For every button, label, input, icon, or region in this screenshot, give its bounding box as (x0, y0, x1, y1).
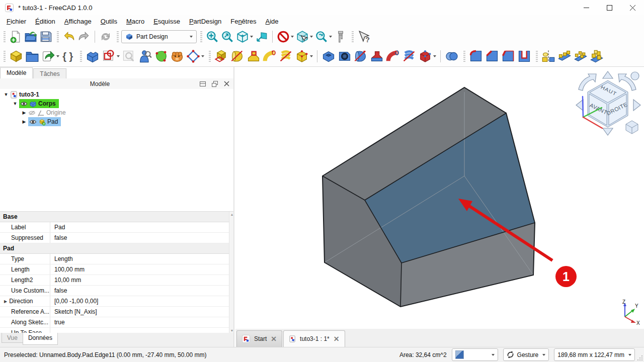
toolbar-grip[interactable] (117, 31, 119, 42)
property-row[interactable]: Up To Face (0, 328, 234, 333)
undo-button[interactable] (61, 29, 76, 45)
dock-panel-icon[interactable] (200, 81, 206, 87)
menu-outils[interactable]: Outils (96, 16, 122, 27)
subtractive-helix-button[interactable] (401, 48, 417, 64)
toolbar-grip[interactable] (463, 51, 465, 62)
boolean-operation-button[interactable] (444, 48, 460, 64)
toolbar-grip[interactable] (80, 51, 82, 62)
menu-partdesign[interactable]: PartDesign (185, 16, 226, 27)
property-row[interactable]: Length100,00 mm (0, 264, 234, 275)
fit-all-button[interactable] (205, 29, 220, 45)
close-button[interactable] (621, 0, 644, 15)
group-button[interactable] (24, 48, 40, 64)
tab-taches[interactable]: Tâches (33, 68, 66, 78)
draft-button[interactable] (500, 48, 516, 64)
box-element-selection-button[interactable] (295, 29, 314, 45)
additive-loft-button[interactable] (246, 48, 262, 64)
property-row[interactable]: Use Custom...false (0, 286, 234, 296)
menu-macro[interactable]: Macro (122, 16, 149, 27)
scroll-up-icon[interactable]: ▲ (230, 213, 234, 216)
workbench-selector[interactable]: Part Design (121, 30, 197, 43)
property-row[interactable]: LabelPad (0, 222, 234, 233)
mdi-tab-start[interactable]: Start ✕ (236, 330, 282, 347)
toolbar-grip[interactable] (4, 51, 6, 62)
property-row[interactable]: Reference A...Sketch [N_Axis] (0, 307, 234, 317)
property-scrollbar[interactable]: ▲▼ (229, 212, 234, 333)
groove-button[interactable] (353, 48, 369, 64)
navcube-rotate-left-arrow[interactable] (579, 74, 596, 90)
draw-style-button[interactable] (276, 29, 295, 45)
subtractive-primitives-button[interactable] (417, 48, 437, 64)
tree-item-document[interactable]: ▼ tuto3-1 (2, 90, 41, 99)
additive-helix-button[interactable] (278, 48, 294, 64)
property-group-pad[interactable]: Pad (0, 243, 234, 254)
minimize-button[interactable] (575, 0, 598, 15)
toolbar-grip[interactable] (4, 31, 6, 42)
menu-aide[interactable]: Aide (261, 16, 283, 27)
check-geometry-button[interactable] (169, 48, 185, 64)
navcube-mini-cube[interactable] (626, 121, 638, 134)
navigation-cube[interactable]: HAUT AVANT DROITE (575, 69, 642, 137)
collapsed-arrow-icon[interactable]: ▶ (20, 119, 28, 124)
fillet-button[interactable] (468, 48, 484, 64)
navcube-circle-button[interactable] (631, 72, 639, 80)
menu-fenetres[interactable]: Fenêtres (226, 16, 261, 27)
linear-pattern-button[interactable] (556, 48, 573, 64)
navcube-down-arrow[interactable] (603, 128, 613, 135)
navigation-style-selector[interactable]: Gesture (503, 348, 549, 361)
sync-view-button[interactable] (254, 29, 269, 45)
toolbar-grip[interactable] (209, 51, 211, 62)
toolbar-grip[interactable] (536, 51, 538, 62)
mirrored-button[interactable] (540, 48, 556, 64)
navcube-up-arrow[interactable] (603, 71, 613, 78)
menu-fichier[interactable]: Fichier (2, 16, 31, 27)
fit-selection-button[interactable] (220, 29, 235, 45)
std-part-button[interactable] (8, 48, 24, 64)
resize-grip[interactable] (637, 355, 643, 361)
title-bar[interactable]: * tuto3-1 - FreeCAD 1.0.0 (0, 0, 644, 15)
additive-primitives-button[interactable] (294, 48, 314, 64)
sketch-tools-button[interactable] (185, 48, 205, 64)
save-button[interactable] (38, 29, 53, 45)
tree-item-origin[interactable]: ▶ Origine (20, 108, 68, 117)
view-dimensions-selector[interactable]: 189,68 mm x 122,47 mm (554, 348, 635, 361)
revolution-button[interactable] (229, 48, 246, 64)
subtractive-pipe-button[interactable] (385, 48, 401, 64)
property-row[interactable]: Along Sketc...true (0, 317, 234, 328)
float-panel-icon[interactable] (212, 81, 218, 87)
polar-pattern-button[interactable] (573, 48, 589, 64)
toolbar-grip[interactable] (352, 31, 354, 42)
thickness-button[interactable] (516, 48, 532, 64)
pad-button[interactable] (213, 48, 229, 64)
property-group-base[interactable]: Base (0, 212, 234, 222)
tab-donnees[interactable]: Données (23, 333, 58, 345)
menu-edition[interactable]: Édition (31, 16, 60, 27)
menu-affichage[interactable]: Affichage (60, 16, 96, 27)
isometric-view-button[interactable] (235, 29, 254, 45)
expanded-arrow-icon[interactable]: ▼ (11, 101, 19, 106)
navcube-left-arrow[interactable] (576, 100, 583, 111)
additive-pipe-button[interactable] (262, 48, 278, 64)
tab-modele[interactable]: Modèle (0, 67, 33, 78)
measure-button[interactable] (333, 29, 348, 45)
property-row[interactable]: TypeLength (0, 254, 234, 264)
new-document-button[interactable] (8, 29, 23, 45)
hole-button[interactable] (337, 48, 353, 64)
make-link-button[interactable] (40, 48, 60, 64)
expanded-arrow-icon[interactable]: ▼ (2, 92, 10, 97)
create-sketch-button[interactable] (101, 48, 121, 64)
collapsed-arrow-icon[interactable]: ▶ (20, 110, 28, 115)
whats-this-button[interactable]: ? (356, 29, 371, 45)
close-tab-icon[interactable]: ✕ (271, 335, 277, 343)
multi-transform-button[interactable] (589, 48, 605, 64)
mdi-tab-document[interactable]: tuto3-1 : 1* ✕ (283, 330, 345, 347)
property-row-direction[interactable]: ▶Direction[0,00 -1,00 0,00] (0, 296, 234, 307)
tree-item-pad[interactable]: ▶ Pad (20, 117, 61, 126)
toolbar-grip[interactable] (57, 31, 59, 42)
toolbar-grip[interactable] (200, 31, 202, 42)
edit-sketch-button[interactable] (121, 48, 137, 64)
navcube-right-arrow[interactable] (633, 100, 640, 111)
property-row[interactable]: Length210,00 mm (0, 275, 234, 286)
3d-viewport[interactable]: 1 HAUT AVANT DROITE (235, 67, 644, 329)
collapsed-arrow-icon[interactable]: ▶ (4, 299, 7, 304)
